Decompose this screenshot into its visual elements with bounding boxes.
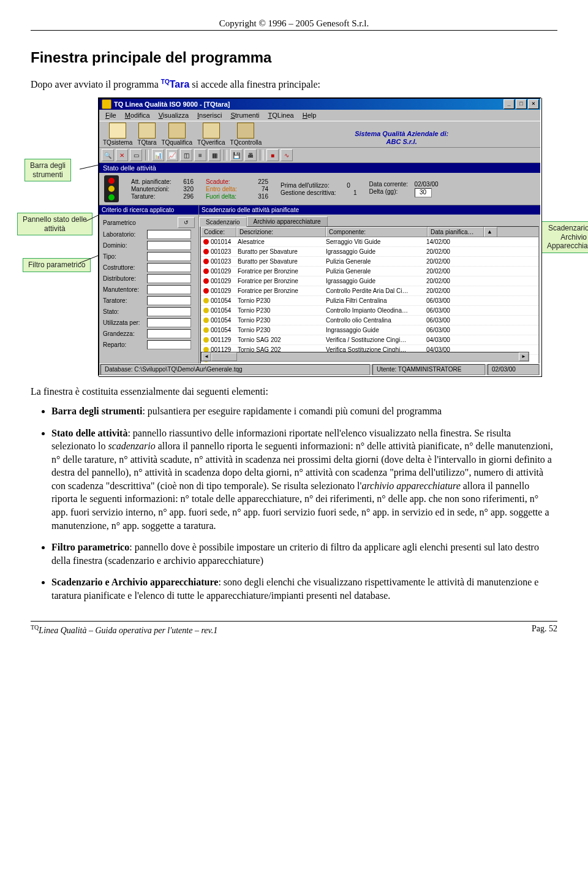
filter-input[interactable] — [147, 296, 191, 305]
list-title: Scadenzario delle attività pianificate — [199, 205, 540, 215]
status-ball-icon — [203, 308, 209, 313]
col-descrizione[interactable]: Descrizione: — [236, 227, 326, 237]
tb-print-icon[interactable]: 🖶 — [244, 149, 257, 161]
tb-list-icon[interactable]: ≡ — [194, 149, 206, 161]
tb-delete-icon[interactable]: ✕ — [116, 149, 128, 161]
tool-tqcontrolla[interactable]: TQcontrolla — [230, 123, 262, 146]
horizontal-scrollbar[interactable]: ◄ ► — [201, 352, 529, 362]
scroll-right-button[interactable]: ► — [519, 352, 529, 361]
callout-scadenzario: Scadenzario edArchivioApparecchiature — [541, 221, 588, 253]
tb-card-icon[interactable]: ▭ — [130, 149, 142, 161]
data-grid[interactable]: Codice: Descrizione: Componente: Data pi… — [200, 226, 539, 365]
menubar: FileModificaVisualizzaInserisciStrumenti… — [99, 110, 540, 121]
filter-input[interactable] — [147, 241, 191, 250]
filter-row: Costruttore: — [103, 263, 195, 272]
status-ball-icon — [203, 278, 209, 284]
status-panel: Att. pianificate:616Manutenzioni:320Tara… — [99, 173, 540, 205]
tb-curve-icon[interactable]: ∿ — [281, 149, 293, 161]
list-panel: Scadenzario delle attività pianificate S… — [199, 205, 540, 366]
tab-archivio[interactable]: Archivio apparecchiature — [247, 216, 328, 226]
status-ball-icon — [203, 327, 209, 333]
callout-status-panel: Pannello stato delleattività — [17, 213, 92, 235]
table-row[interactable]: 001029Foratrice per BronzineIgrassaggio … — [201, 276, 538, 286]
tb-search-icon[interactable]: 🔍 — [102, 149, 114, 161]
table-row[interactable]: 001054Tornio P230Ingrassaggio Guide06/03… — [201, 325, 538, 335]
secondary-toolbar: 🔍 ✕ ▭ 📊 📈 ◫ ≡ ▦ 💾 🖶 ■ ∿ — [99, 148, 540, 163]
status-ball-icon — [203, 259, 209, 264]
table-row[interactable]: 001054Tornio P230Controllo Impianto Oleo… — [201, 306, 538, 316]
callout-filter: Filtro parametrico — [23, 258, 91, 272]
app-icon — [102, 99, 111, 109]
status-db: Database: C:\Sviluppo\TQ\Demo\Aur\Genera… — [100, 364, 370, 375]
menu-visualizza[interactable]: Visualizza — [155, 111, 192, 120]
tool-tqverifica[interactable]: TQverifica — [197, 123, 225, 146]
filter-input[interactable] — [147, 230, 191, 239]
filter-input[interactable] — [147, 318, 191, 327]
page-footer: TQLinea Qualità – Guida operativa per l'… — [31, 621, 557, 636]
status-date: 02/03/00 — [488, 364, 539, 375]
menu-file[interactable]: File — [102, 111, 120, 120]
tool-tqtara[interactable]: TQtara — [137, 123, 156, 146]
table-row[interactable]: 001014AlesatriceSerraggio Viti Guide14/0… — [201, 237, 538, 247]
main-toolbar: TQsistema TQtara TQqualifica TQverifica … — [99, 121, 540, 148]
scroll-thumb[interactable] — [211, 352, 237, 361]
tb-red-icon[interactable]: ■ — [266, 149, 279, 161]
status-ball-icon — [203, 288, 209, 294]
scroll-left-button[interactable]: ◄ — [202, 352, 211, 361]
table-row[interactable]: 001029Foratrice per BronzineControllo Pe… — [201, 286, 538, 296]
filter-refresh-button[interactable]: ↺ — [178, 217, 195, 228]
status-user: Utente: TQAMMINISTRATORE — [372, 364, 485, 375]
bullet-toolbar: Barra degli strumenti: pulsantiera per e… — [51, 405, 557, 418]
table-row[interactable]: 001129Tornio SAG 202Verifica / Sostituzi… — [201, 335, 538, 345]
filter-input[interactable] — [147, 274, 191, 283]
tb-dist-icon[interactable]: ◫ — [180, 149, 192, 161]
filter-input[interactable] — [147, 340, 191, 349]
status-ball-icon — [203, 268, 209, 274]
filter-input[interactable] — [147, 252, 191, 261]
table-row[interactable]: 001029Foratrice per BronzinePulizia Gene… — [201, 267, 538, 276]
table-row[interactable]: 001054Tornio P230Controllo olio Centrali… — [201, 316, 538, 325]
screenshot-diagram: Barra deglistrumenti Pannello stato dell… — [31, 97, 557, 374]
status-ball-icon — [203, 239, 209, 245]
maximize-button[interactable]: □ — [516, 99, 527, 109]
app-window: TQ Linea Qualità ISO 9000 - [TQtara] _ □… — [98, 97, 541, 376]
bullet-filter: Filtro parametrico: pannello dove è poss… — [51, 541, 557, 567]
company-banner: Sistema Qualità Aziendale di: ABC S.r.l. — [266, 130, 537, 146]
filter-input[interactable] — [147, 263, 191, 272]
col-data[interactable]: Data pianifica… — [428, 227, 484, 237]
tb-grid-icon[interactable]: ▦ — [208, 149, 221, 161]
menu-tqlinea[interactable]: TQLinea — [265, 111, 298, 120]
col-scroll-spacer: ▲ — [484, 227, 497, 237]
status-ball-icon — [203, 298, 209, 303]
tool-tqsistema[interactable]: TQsistema — [103, 123, 132, 146]
filter-input[interactable] — [147, 329, 191, 338]
filter-row: Distributore: — [103, 274, 195, 283]
col-componente[interactable]: Componente: — [326, 227, 428, 237]
menu-help[interactable]: Help — [299, 111, 320, 120]
bullet-scadenzario: Scadenzario e Archivio apparecchiature: … — [51, 576, 557, 602]
tb-save-icon[interactable]: 💾 — [230, 149, 243, 161]
filter-input[interactable] — [147, 285, 191, 294]
tab-scadenzario[interactable]: Scadenzario — [199, 217, 247, 227]
body-text: La finestra è costituita essenzialmente … — [31, 385, 557, 602]
close-button[interactable]: × — [528, 99, 539, 109]
menu-modifica[interactable]: Modifica — [121, 111, 154, 120]
status-panel-title: Stato delle attività — [99, 163, 540, 173]
table-row[interactable]: 001023Buratto per SbavatureIgrassaggio G… — [201, 247, 538, 257]
tb-chart2-icon[interactable]: 📈 — [166, 149, 178, 161]
intro-text: Dopo aver avviato il programma TQTara si… — [31, 78, 557, 90]
statusbar: Database: C:\Sviluppo\TQ\Demo\Aur\Genera… — [99, 363, 540, 375]
filter-panel: Criterio di ricerca applicato Parametric… — [99, 205, 199, 366]
tool-tqqualifica[interactable]: TQqualifica — [161, 123, 192, 146]
filter-input[interactable] — [147, 307, 191, 316]
table-row[interactable]: 001023Buratto per SbavaturePulizia Gener… — [201, 257, 538, 267]
filter-title: Criterio di ricerca applicato — [99, 205, 198, 215]
tb-chart1-icon[interactable]: 📊 — [152, 149, 164, 161]
filter-row: Taratore: — [103, 296, 195, 305]
menu-strumenti[interactable]: Strumenti — [227, 111, 263, 120]
minimize-button[interactable]: _ — [503, 99, 514, 109]
table-row[interactable]: 001054Tornio P230Pulizia Filtri Centrali… — [201, 296, 538, 306]
filter-row: Laboratorio: — [103, 230, 195, 239]
col-codice[interactable]: Codice: — [201, 227, 236, 237]
menu-inserisci[interactable]: Inserisci — [194, 111, 225, 120]
